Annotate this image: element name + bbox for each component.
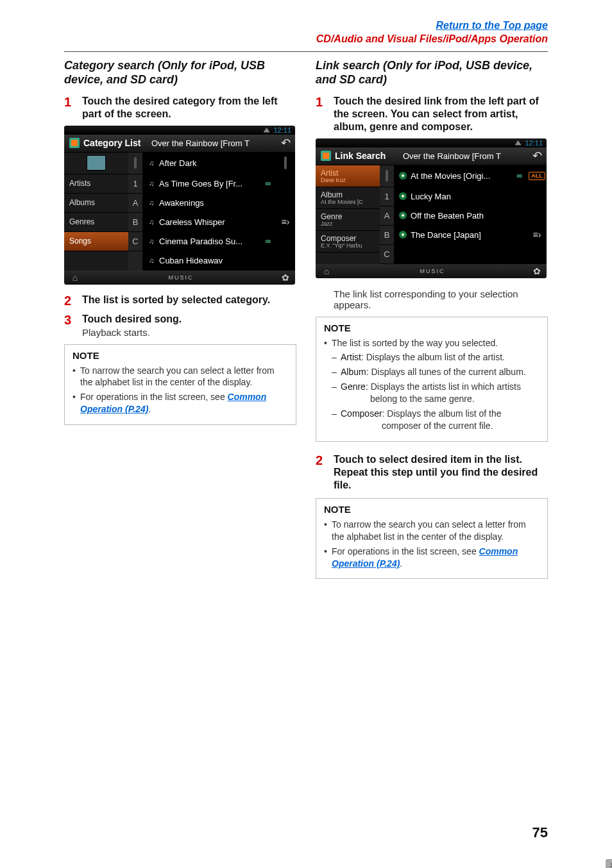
step-1-body: 1 The link list corresponding to your se…: [316, 287, 548, 310]
all-button[interactable]: ALL: [527, 165, 547, 187]
step-1: 1 Touch the desired category from the le…: [64, 95, 296, 121]
track-row[interactable]: At the Movies [Origi...∞: [394, 165, 527, 187]
wifi-icon: [263, 128, 269, 133]
track-row[interactable]: Cinema Paradiso Su...∞: [142, 232, 276, 251]
spacer: [276, 232, 295, 271]
settings-button[interactable]: ✿: [276, 272, 295, 283]
link-artist[interactable]: ArtistDave Koz: [316, 165, 380, 187]
disc-icon: [399, 212, 407, 219]
note-sub-item: Artist: Displays the album list of the a…: [332, 351, 540, 363]
spacer: [527, 187, 547, 226]
track-row[interactable]: Careless Whisper: [142, 213, 276, 232]
track-row[interactable]: Awakenings: [142, 194, 276, 213]
track-row[interactable]: After Dark: [142, 153, 276, 174]
section-heading-category: Category search (Only for iPod, USB devi…: [64, 58, 296, 87]
note-item: To narrow the search you can select a le…: [72, 365, 288, 389]
settings-button[interactable]: ✿: [527, 266, 547, 276]
step-number: 2: [64, 294, 76, 308]
alpha-1[interactable]: 1: [128, 174, 142, 194]
list-mode-button[interactable]: ≡›: [276, 213, 295, 232]
link-album[interactable]: AlbumAt the Movies [C: [316, 187, 380, 209]
link-genre[interactable]: GenreJazz: [316, 209, 380, 231]
home-button[interactable]: ⌂: [64, 272, 86, 283]
note-icon: [148, 237, 155, 245]
alpha-a[interactable]: A: [128, 194, 142, 213]
note-item: To narrow the search you can select a le…: [324, 519, 540, 543]
note-title: NOTE: [72, 350, 288, 361]
category-genres[interactable]: Genres: [64, 213, 128, 232]
footer-label: MUSIC: [86, 274, 276, 281]
app-logo-icon: [321, 151, 331, 161]
step-1: 1 Touch the desired link from the left p…: [316, 95, 548, 133]
category-artists[interactable]: Artists: [64, 174, 128, 194]
note-title: NOTE: [324, 504, 540, 515]
breadcrumb: CD/Audio and Visual Files/iPod/Apps Oper…: [316, 33, 548, 44]
alpha-scroll[interactable]: [380, 165, 394, 187]
screenshot-link-search: 12:11 Link Search Over the Rainbow [From…: [316, 138, 547, 278]
category-thumb[interactable]: ♪: [64, 153, 128, 174]
note-item: For operations in the list screen, see C…: [72, 391, 288, 415]
alpha-c[interactable]: C: [380, 245, 394, 264]
step-body-text: Playback starts.: [82, 327, 296, 338]
step-number: 1: [64, 95, 76, 121]
app-logo-icon: [69, 138, 80, 148]
alpha-b[interactable]: B: [128, 213, 142, 232]
note-sub-item: Composer: Displays the album list of the…: [332, 408, 540, 432]
clock: 12:11: [273, 126, 291, 134]
note-icon: [148, 179, 155, 187]
divider: [64, 51, 548, 52]
note-title: NOTE: [324, 322, 540, 333]
back-button[interactable]: ↶: [527, 147, 547, 165]
spacer: [276, 174, 295, 213]
link-composer[interactable]: ComposerE.Y. "Yip" Harbu: [316, 231, 380, 253]
note-icon: [148, 256, 155, 264]
step-body-text: The link list corresponding to your sele…: [334, 288, 548, 310]
note-box: NOTE The list is sorted by the way you s…: [316, 317, 548, 442]
track-row[interactable]: Off the Beaten Path: [394, 206, 527, 226]
alpha-a[interactable]: A: [380, 206, 394, 226]
return-top-link[interactable]: Return to the Top page: [436, 20, 548, 31]
alpha-c[interactable]: C: [128, 232, 142, 251]
left-column: Category search (Only for iPod, USB devi…: [64, 58, 296, 580]
disc-icon: [399, 192, 407, 200]
note-icon: [148, 159, 155, 167]
home-button[interactable]: ⌂: [316, 266, 337, 276]
step-2: 2 Touch to select desired item in the li…: [316, 453, 548, 492]
scroll-handle[interactable]: [276, 153, 295, 174]
step-title: Touch the desired link from the left par…: [334, 95, 548, 133]
spacer: [527, 245, 547, 264]
step-2: 2 The list is sorted by selected categor…: [64, 294, 296, 308]
step-3: 3 Touch desired song. Playback starts.: [64, 313, 296, 338]
step-title: Touch to select desired item in the list…: [334, 453, 548, 492]
screenshot-category-list: 12:11 Category List Over the Rainbow [Fr…: [64, 126, 295, 285]
step-title: The list is sorted by selected category.: [82, 294, 296, 306]
footer-label: MUSIC: [337, 268, 527, 274]
track-row[interactable]: As Time Goes By [Fr...∞: [142, 174, 276, 194]
note-icon: [148, 199, 155, 206]
track-row[interactable]: Lucky Man: [394, 187, 527, 206]
disc-icon: [399, 231, 407, 238]
track-row: [394, 245, 527, 264]
note-sub-item: Album: Displays all tunes of the current…: [332, 366, 540, 378]
track-row[interactable]: Cuban Hideawav: [142, 251, 276, 271]
track-row[interactable]: The Dance [Japan]: [394, 226, 527, 245]
category-songs[interactable]: Songs: [64, 232, 128, 251]
step-number: 2: [316, 453, 327, 492]
alpha-b[interactable]: B: [380, 226, 394, 245]
page-number: 75: [532, 824, 548, 841]
screen-title: Link Search: [335, 151, 386, 161]
note-item: For operations in the list screen, see C…: [324, 546, 540, 570]
category-albums[interactable]: Albums: [64, 194, 128, 213]
note-box: NOTE To narrow the search you can select…: [316, 498, 548, 580]
note-item: The list is sorted by the way you select…: [324, 337, 540, 432]
alpha-1[interactable]: 1: [380, 187, 394, 206]
list-mode-button[interactable]: ≡›: [527, 226, 547, 245]
section-heading-link: Link search (Only for iPod, USB device, …: [316, 58, 548, 87]
alpha-scroll[interactable]: [128, 153, 142, 174]
wifi-icon: [514, 140, 521, 146]
now-playing-label: Over the Rainbow [From T: [148, 138, 276, 148]
note-icon: [148, 218, 155, 226]
note-box: NOTE To narrow the search you can select…: [64, 344, 296, 426]
back-button[interactable]: ↶: [276, 135, 295, 152]
step-title: Touch desired song.: [82, 313, 296, 326]
